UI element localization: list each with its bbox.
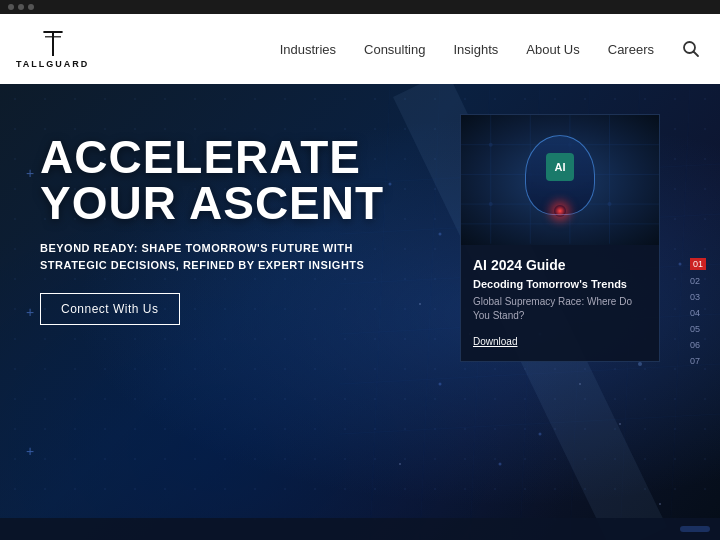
card-description: Global Supremacy Race: Where Do You Stan… [473,295,647,323]
slide-nav-06[interactable]: 06 [690,340,706,350]
hero-cta-button[interactable]: Connect With Us [40,293,180,325]
header: TALLGUARD Industries Consulting Insights… [0,14,720,84]
nav-item-careers[interactable]: Careers [608,42,654,57]
logo-symbol [37,30,69,58]
svg-point-46 [489,143,493,147]
svg-point-49 [608,202,612,206]
slide-nav-05[interactable]: 05 [690,324,706,334]
nav-item-consulting[interactable]: Consulting [364,42,425,57]
card-body: AI 2024 Guide Decoding Tomorrow's Trends… [461,245,659,361]
scroll-handle[interactable] [680,526,710,532]
svg-point-32 [679,263,682,266]
slide-navigation: 01 02 03 04 05 06 07 [690,258,706,366]
ai-badge: AI [546,153,574,181]
logo[interactable]: TALLGUARD [16,30,89,69]
logo-text: TALLGUARD [16,59,89,69]
svg-point-26 [638,362,642,366]
cross-2: + [26,304,34,320]
svg-line-10 [340,414,720,434]
slide-nav-02[interactable]: 02 [690,276,706,286]
hero-section: + + + ACCELERATE YOUR ASCENT BEYOND READ… [0,84,720,540]
hero-subtitle: BEYOND READY: SHAPE TOMORROW'S FUTURE WI… [40,240,460,273]
nav-item-insights[interactable]: Insights [453,42,498,57]
bottom-bar [0,518,720,540]
card-download-link[interactable]: Download [473,336,517,347]
browser-dot-2 [18,4,24,10]
svg-point-30 [619,423,621,425]
svg-point-50 [489,202,493,206]
svg-point-33 [399,463,401,465]
nav-item-industries[interactable]: Industries [280,42,336,57]
cross-1: + [26,165,34,181]
svg-line-4 [694,52,699,57]
hero-title-line1: ACCELERATE [40,131,361,183]
ai-guide-card: AI AI 2024 Guide Decoding Tomorrow's Tre… [460,114,660,362]
browser-dot-1 [8,4,14,10]
card-title: AI 2024 Guide [473,257,647,273]
search-icon[interactable] [682,40,700,58]
ai-glow-effect [554,205,566,217]
browser-dot-3 [28,4,34,10]
slide-nav-01[interactable]: 01 [690,258,706,270]
slide-nav-07[interactable]: 07 [690,356,706,366]
hero-title-line2: YOUR ASCENT [40,177,384,229]
hero-title: ACCELERATE YOUR ASCENT [40,134,460,226]
svg-point-24 [439,383,442,386]
svg-point-25 [539,433,542,436]
svg-point-35 [499,463,502,466]
main-nav: Industries Consulting Insights About Us … [280,40,700,58]
slide-nav-03[interactable]: 03 [690,292,706,302]
nav-item-about-us[interactable]: About Us [526,42,579,57]
card-image: AI [461,115,659,245]
slide-nav-04[interactable]: 04 [690,308,706,318]
cross-3: + [26,443,34,459]
hero-content: ACCELERATE YOUR ASCENT BEYOND READY: SHA… [40,134,460,325]
ai-head-graphic: AI [520,135,600,225]
card-subtitle: Decoding Tomorrow's Trends [473,278,647,290]
svg-line-17 [670,84,690,540]
svg-point-34 [659,503,661,505]
browser-bar [0,0,720,14]
